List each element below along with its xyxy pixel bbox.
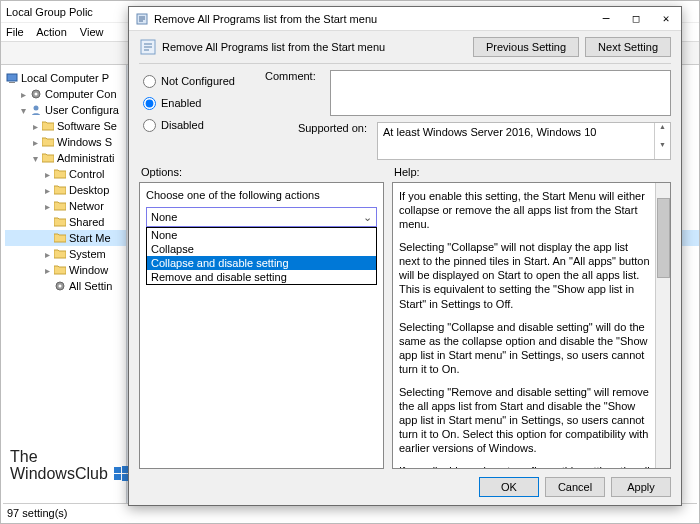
tree-item-label: User Configura — [45, 104, 119, 116]
policy-icon — [135, 12, 149, 26]
dialog-header-title: Remove All Programs list from the Start … — [162, 41, 473, 53]
dialog-header: Remove All Programs list from the Start … — [129, 31, 681, 63]
svg-rect-7 — [114, 467, 121, 473]
svg-rect-9 — [114, 474, 121, 480]
dropdown-list: None Collapse Collapse and disable setti… — [146, 227, 377, 285]
tree-item-label: Computer Con — [45, 88, 117, 100]
comment-label: Comment: — [265, 70, 330, 116]
radio-disabled[interactable]: Disabled — [143, 114, 255, 136]
folder-icon — [53, 216, 67, 228]
tree-item-label: Networ — [69, 200, 104, 212]
help-p3: Selecting "Collapse and disable setting"… — [399, 320, 650, 376]
dialog-title: Remove All Programs list from the Start … — [154, 13, 591, 25]
folder-icon — [41, 120, 55, 132]
folder-icon — [53, 184, 67, 196]
twisty-icon[interactable]: ▸ — [29, 121, 41, 132]
supported-label: Supported on: — [265, 122, 377, 160]
tree-item-label: All Settin — [69, 280, 112, 292]
apply-button[interactable]: Apply — [611, 477, 671, 497]
separator — [139, 63, 671, 64]
folder-icon — [53, 200, 67, 212]
config-section: Not Configured Enabled Disabled Comment:… — [129, 68, 681, 160]
close-button[interactable]: ✕ — [651, 8, 681, 30]
folder-icon — [53, 248, 67, 260]
tree-root-label: Local Computer P — [21, 72, 109, 84]
svg-point-4 — [34, 106, 39, 111]
help-p2: Selecting "Collapse" will not display th… — [399, 240, 650, 310]
radio-not-configured[interactable]: Not Configured — [143, 70, 255, 92]
options-header: Options: — [139, 164, 384, 182]
folder-icon — [53, 168, 67, 180]
menu-view[interactable]: View — [80, 26, 104, 38]
folder-icon — [53, 264, 67, 276]
supported-field: At least Windows Server 2016, Windows 10… — [377, 122, 671, 160]
twisty-icon[interactable]: ▾ — [29, 153, 41, 164]
tree-item-label: Shared — [69, 216, 104, 228]
tree-item-label: Window — [69, 264, 108, 276]
folder-icon — [53, 280, 67, 292]
twisty-icon[interactable]: ▸ — [17, 89, 29, 100]
scroll-up-icon[interactable]: ▲ — [655, 123, 670, 141]
folder-icon — [41, 136, 55, 148]
dd-opt-collapse[interactable]: Collapse — [147, 242, 376, 256]
tree-item-label: Desktop — [69, 184, 109, 196]
folder-icon — [29, 88, 43, 100]
radio-nc-label: Not Configured — [161, 75, 235, 87]
svg-rect-1 — [9, 82, 15, 83]
supported-text: At least Windows Server 2016, Windows 10 — [378, 123, 654, 159]
svg-point-3 — [35, 93, 38, 96]
computer-icon — [5, 72, 19, 84]
action-dropdown[interactable]: None ⌄ None Collapse Collapse and disabl… — [146, 207, 377, 227]
dd-opt-remove-disable[interactable]: Remove and disable setting — [147, 270, 376, 284]
dropdown-selected: None — [151, 211, 177, 223]
help-p4: Selecting "Remove and disable setting" w… — [399, 385, 650, 455]
folder-icon — [41, 152, 55, 164]
menu-file[interactable]: File — [6, 26, 24, 38]
watermark-l1: The — [10, 449, 132, 466]
tree-item-label: Control — [69, 168, 104, 180]
dd-opt-none[interactable]: None — [147, 228, 376, 242]
tree-item-label: System — [69, 248, 106, 260]
twisty-icon[interactable]: ▸ — [41, 169, 53, 180]
twisty-icon[interactable]: ▸ — [29, 137, 41, 148]
chevron-down-icon: ⌄ — [363, 211, 372, 224]
dd-opt-collapse-disable[interactable]: Collapse and disable setting — [147, 256, 376, 270]
help-p5: If you disable or do not configure this … — [399, 464, 650, 469]
tree-item-label: Software Se — [57, 120, 117, 132]
radio-en-label: Enabled — [161, 97, 201, 109]
comment-textarea[interactable] — [330, 70, 671, 116]
dialog-button-row: OK Cancel Apply — [129, 469, 681, 505]
tree-item-label: Start Me — [69, 232, 111, 244]
folder-icon — [29, 104, 43, 116]
folder-icon — [53, 232, 67, 244]
help-scrollbar[interactable] — [655, 183, 670, 468]
maximize-button[interactable]: □ — [621, 8, 651, 30]
twisty-icon[interactable]: ▸ — [41, 249, 53, 260]
ok-button[interactable]: OK — [479, 477, 539, 497]
options-body: Choose one of the following actions None… — [139, 182, 384, 469]
minimize-button[interactable]: ─ — [591, 8, 621, 30]
twisty-icon[interactable]: ▸ — [41, 201, 53, 212]
menu-action[interactable]: Action — [36, 26, 67, 38]
scroll-down-icon[interactable]: ▼ — [655, 141, 670, 159]
tree-item-label: Administrati — [57, 152, 114, 164]
radio-dis-label: Disabled — [161, 119, 204, 131]
twisty-icon[interactable]: ▾ — [17, 105, 29, 116]
radio-enabled[interactable]: Enabled — [143, 92, 255, 114]
watermark: The WindowsClub — [10, 449, 132, 484]
cancel-button[interactable]: Cancel — [545, 477, 605, 497]
help-body: If you enable this setting, the Start Me… — [392, 182, 671, 469]
svg-point-6 — [59, 285, 62, 288]
panes: Options: Choose one of the following act… — [129, 160, 681, 469]
previous-setting-button[interactable]: Previous Setting — [473, 37, 579, 57]
scrollbar-thumb[interactable] — [657, 198, 670, 278]
dialog-titlebar[interactable]: Remove All Programs list from the Start … — [129, 7, 681, 31]
policy-header-icon — [139, 38, 157, 56]
policy-settings-dialog: Remove All Programs list from the Start … — [128, 6, 682, 506]
twisty-icon[interactable]: ▸ — [41, 185, 53, 196]
help-p1: If you enable this setting, the Start Me… — [399, 189, 650, 231]
tree-item-label: Windows S — [57, 136, 112, 148]
svg-rect-0 — [7, 74, 17, 81]
next-setting-button[interactable]: Next Setting — [585, 37, 671, 57]
twisty-icon[interactable]: ▸ — [41, 265, 53, 276]
